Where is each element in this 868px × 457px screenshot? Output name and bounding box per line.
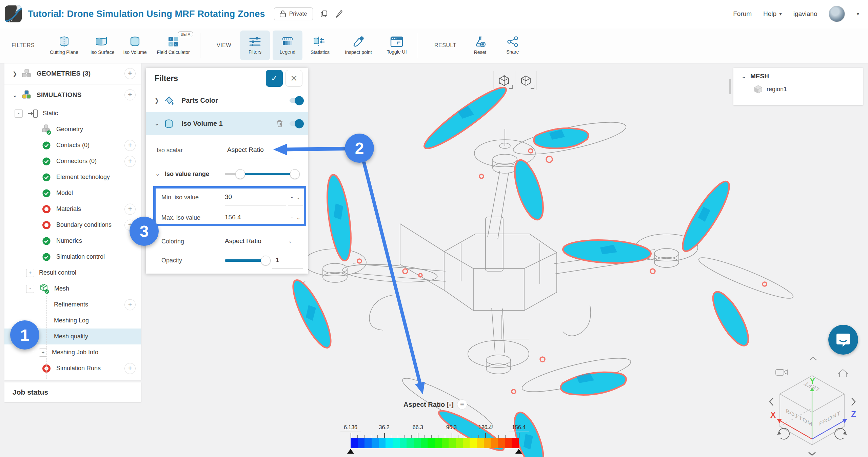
close-button[interactable]: ✕ <box>285 70 302 87</box>
shaded-mesh-view-button[interactable] <box>493 71 515 90</box>
reset-button[interactable]: Reset <box>465 31 495 60</box>
add-button[interactable]: + <box>124 363 136 374</box>
iso-scalar-value[interactable]: Aspect Ratio <box>227 146 264 154</box>
tree-item-boundary-conditions[interactable]: Boundary conditions+ <box>4 217 141 233</box>
forum-link[interactable]: Forum <box>733 10 752 18</box>
inspect-point-icon <box>353 36 364 47</box>
mesh-panel-scrollbar[interactable] <box>729 79 731 94</box>
legend-max-marker[interactable] <box>515 449 522 454</box>
delete-icon[interactable] <box>276 120 283 128</box>
tree-item-label: Meshing Log <box>54 317 89 324</box>
tree-item-geometry[interactable]: Geometry <box>4 121 141 137</box>
expand-box-icon[interactable]: + <box>39 349 47 357</box>
chevron-down-icon: ▾ <box>779 11 782 17</box>
tree-item-connectors-0[interactable]: Connectors (0)+ <box>4 153 141 169</box>
chevron-down-icon[interactable]: ⌄ <box>13 92 21 98</box>
tree-item-element-technology[interactable]: Element technology <box>4 169 141 185</box>
edit-pencil-icon[interactable] <box>335 10 343 18</box>
apply-button[interactable]: ✓ <box>266 70 283 87</box>
filters-button[interactable]: Filters <box>240 31 270 60</box>
simscale-logo <box>5 5 22 22</box>
annotation-step-1: 1 <box>10 320 39 350</box>
avatar[interactable] <box>829 6 845 22</box>
tree-item-simulations[interactable]: ⌄SIMULATIONS+ <box>4 84 141 105</box>
toggle-ui-button[interactable]: Toggle UI <box>382 31 412 60</box>
iso-surface-button[interactable]: Iso Surface <box>87 31 117 60</box>
chevron-down-icon[interactable]: ⌄ <box>288 238 292 244</box>
tree-item-refinements[interactable]: Refinements+ <box>4 297 141 313</box>
reset-icon <box>474 36 486 47</box>
add-button[interactable]: + <box>124 299 136 310</box>
tree-item-materials[interactable]: Materials+ <box>4 201 141 217</box>
mesh-region-item[interactable]: region1 <box>733 85 863 94</box>
iso-range-slider[interactable] <box>225 172 294 176</box>
toolbar-button-label: Iso Volume <box>123 49 146 55</box>
navigation-cube[interactable]: X Y Z LEFT BOTTOM FRONT <box>760 356 865 457</box>
tree-item-static[interactable]: -Static <box>4 105 141 121</box>
legend-tick-label[interactable]: 156.4 <box>509 424 529 432</box>
help-menu[interactable]: Help▾ <box>763 10 782 18</box>
share-button[interactable]: Share <box>498 31 528 60</box>
toolbar-group-label: VIEW <box>217 42 231 48</box>
add-button[interactable]: + <box>124 90 136 101</box>
dropdown-corner-mark <box>531 85 534 89</box>
iso-volume-button[interactable]: Iso Volume <box>120 31 150 60</box>
tree-item-model[interactable]: Model <box>4 185 141 201</box>
opacity-handle[interactable] <box>261 256 271 265</box>
tree-item-simulation-runs[interactable]: Simulation Runs+ <box>4 360 141 376</box>
legend-button[interactable]: Legend <box>273 31 302 60</box>
iso-volume-toggle[interactable] <box>290 121 302 126</box>
tree-item-numerics[interactable]: Numerics <box>4 233 141 249</box>
legend-tick-label[interactable]: 6.136 <box>340 424 361 432</box>
app-root: Tutorial: Drone Simulation Using MRF Rot… <box>0 0 868 457</box>
legend-menu-button[interactable]: ☰ <box>457 399 467 410</box>
copy-icon[interactable] <box>320 10 328 18</box>
add-button[interactable]: + <box>124 156 136 167</box>
coloring-value[interactable]: Aspect Ratio <box>225 237 261 245</box>
red-icon <box>41 220 52 231</box>
visibility-chip[interactable]: Private <box>274 7 313 20</box>
toolbar-divider <box>200 33 200 58</box>
opacity-slider[interactable] <box>225 258 270 263</box>
cutting-plane-button[interactable]: Cutting Plane <box>43 31 85 60</box>
tree-item-label: Simulation Runs <box>56 365 101 372</box>
tree-item-contacts-0[interactable]: Contacts (0)+ <box>4 137 141 153</box>
collapse-box-icon[interactable]: - <box>15 110 23 118</box>
parts-color-label: Parts Color <box>181 97 218 104</box>
chevron-right-icon[interactable]: ❯ <box>13 71 21 77</box>
toggle-ui-icon <box>390 36 403 47</box>
annotation-step-3: 3 <box>130 217 159 246</box>
add-button[interactable]: + <box>124 140 136 151</box>
chevron-down-icon[interactable]: ⌄ <box>155 171 164 177</box>
legend-tick-labels: 6.13636.266.396.3126.4156.4 <box>340 424 530 432</box>
toolbar-group-filters: FILTERSCutting PlaneIso SurfaceIso Volum… <box>0 28 195 63</box>
account-chevron-icon[interactable]: ▾ <box>856 11 859 17</box>
coloring-label: Coloring <box>161 238 184 245</box>
legend-colorbar[interactable] <box>351 438 519 448</box>
chevron-down-icon[interactable]: ⌄ <box>742 73 750 80</box>
support-chat-button[interactable] <box>828 325 858 355</box>
add-button[interactable]: + <box>124 203 136 215</box>
tree-item-geometries-3[interactable]: ❯GEOMETRIES (3)+ <box>4 63 141 84</box>
solid-view-button[interactable] <box>515 71 537 90</box>
iso-volume-row[interactable]: ⌄ Iso Volume 1 <box>146 112 308 135</box>
chevron-right-icon[interactable]: ❯ <box>155 97 163 104</box>
parts-color-toggle[interactable] <box>290 98 302 103</box>
statistics-button[interactable]: Statistics <box>305 31 335 60</box>
tree-item-result-control[interactable]: +Result control <box>4 265 141 281</box>
add-button[interactable]: + <box>124 68 136 79</box>
legend-min-marker[interactable] <box>347 449 354 454</box>
check-icon <box>41 236 52 246</box>
chevron-down-icon[interactable]: ⌄ <box>155 120 163 127</box>
job-status-panel[interactable]: Job status <box>4 382 141 402</box>
cubes-gray-icon <box>21 68 32 79</box>
range-handle-min[interactable] <box>235 169 245 179</box>
tree-item-simulation-control[interactable]: Simulation control <box>4 249 141 265</box>
inspect-point-button[interactable]: Inspect point <box>338 31 379 60</box>
parts-color-row[interactable]: ❯ Parts Color <box>146 89 308 112</box>
field-calculator-button[interactable]: +−▪×Field CalculatorBETA <box>153 31 194 60</box>
range-handle-max[interactable] <box>290 169 300 179</box>
cube-icon <box>754 85 763 94</box>
tree-item-mesh[interactable]: -Mesh <box>4 281 141 297</box>
legend-tick-label: 96.3 <box>446 424 457 431</box>
